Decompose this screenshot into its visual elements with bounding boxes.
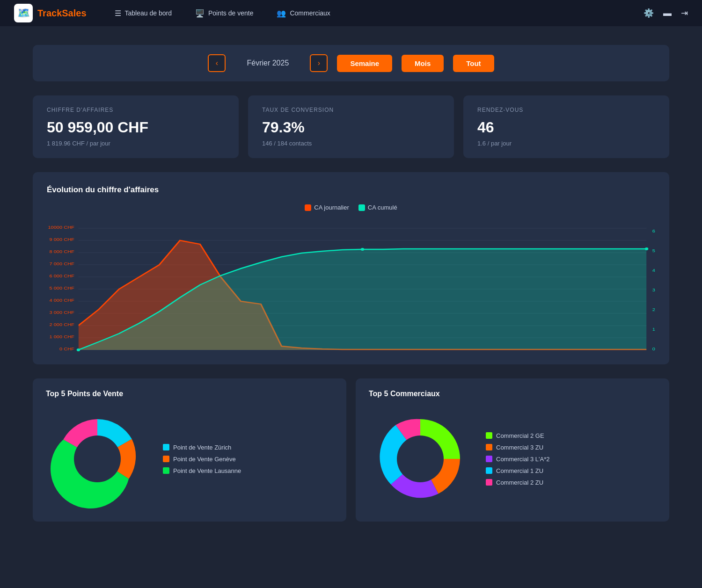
top5-pdv-card: Top 5 Points de Vente [33,378,346,522]
pdv-label-2: Point de Vente Lausanne [173,467,241,474]
top5-comm-card: Top 5 Commerciaux [356,378,669,522]
pdv-color-0 [163,444,169,450]
kpi-label-0: CHIFFRE D'AFFAIRES [47,107,225,113]
chart-container: 0 CHF 1 000 CHF 2 000 CHF 3 000 CHF 4 00… [47,216,655,351]
top5-comm-title: Top 5 Commerciaux [369,390,656,398]
logout-icon[interactable]: ⇥ [681,8,688,18]
nav-label-commerciaux: Commerciaux [290,9,330,17]
legend-ca-journalier: CA journalier [305,204,349,211]
comm-label-2: Commercial 3 L'A*2 [496,456,549,463]
svg-text:50000 CHF: 50000 CHF [652,248,655,253]
pdv-legend-0: Point de Vente Zürich [163,444,241,451]
kpi-value-0: 50 959,00 CHF [47,119,225,136]
chart-title: Évolution du chiffre d'affaires [47,185,655,195]
svg-text:2 000 CHF: 2 000 CHF [50,322,74,327]
comm-label-3: Commercial 1 ZU [496,467,543,474]
comm-color-1 [486,444,492,450]
chart-section: Évolution du chiffre d'affaires CA journ… [33,172,669,364]
comm-pie-svg [369,407,472,510]
top5-comm-inner: Commercial 2 GE Commercial 3 ZU Commerci… [369,407,656,510]
nav-icon-commerciaux: 👥 [277,9,286,18]
prev-date-button[interactable]: ‹ [208,54,226,72]
comm-legend-3: Commercial 1 ZU [486,467,549,474]
pdv-label-0: Point de Vente Zürich [173,444,231,451]
svg-text:10000 CHF: 10000 CHF [652,327,655,332]
nav-icon-tableau: ☰ [115,9,121,18]
kpi-value-1: 79.3% [262,119,440,136]
comm-legend-1: Commercial 3 ZU [486,444,549,451]
svg-text:8 000 CHF: 8 000 CHF [50,249,74,254]
brand-name: TrackSales [37,8,87,19]
nav-icon-points: 🖥️ [195,9,205,18]
nav-right: ⚙️ ▬ ⇥ [644,8,688,18]
svg-text:4 000 CHF: 4 000 CHF [50,298,74,303]
mois-button[interactable]: Mois [402,55,444,72]
nav-item-points-de-vente[interactable]: 🖥️ Points de vente [190,6,258,21]
comm-pie [369,407,472,510]
pdv-pie-svg [46,407,149,510]
svg-text:0 CHF: 0 CHF [652,347,655,351]
legend-ca-cumule: CA cumulé [358,204,397,211]
svg-text:40000 CHF: 40000 CHF [652,268,655,273]
kpi-sub-2: 1.6 / par jour [477,140,655,147]
comm-color-4 [486,479,492,486]
kpi-card-taux-conversion: TAUX DE CONVERSION 79.3% 146 / 184 conta… [248,95,454,158]
svg-text:10000 CHF: 10000 CHF [48,225,74,230]
pdv-legend-1: Point de Vente Genève [163,456,241,463]
svg-text:7 000 CHF: 7 000 CHF [50,261,74,266]
settings-icon[interactable]: ⚙️ [644,8,654,18]
pdv-pie [46,407,149,510]
pdv-legend-2: Point de Vente Lausanne [163,467,241,474]
svg-point-64 [397,436,444,482]
comm-color-3 [486,467,492,474]
comm-label-4: Commercial 2 ZU [496,479,543,486]
comm-color-2 [486,456,492,462]
svg-point-63 [74,436,121,482]
svg-text:3 000 CHF: 3 000 CHF [50,310,74,315]
chart-svg: 0 CHF 1 000 CHF 2 000 CHF 3 000 CHF 4 00… [47,216,655,351]
nav-item-commerciaux[interactable]: 👥 Commerciaux [272,6,335,21]
comm-legend-0: Commercial 2 GE [486,432,549,439]
svg-text:6 000 CHF: 6 000 CHF [50,274,74,278]
legend-dot-cumule [358,204,365,211]
legend-label-cumule: CA cumulé [368,204,397,211]
cards-icon[interactable]: ▬ [663,8,672,18]
next-date-button[interactable]: › [310,54,328,72]
svg-text:60000 CHF: 60000 CHF [652,229,655,233]
brand: 🗺️ TrackSales [14,4,87,22]
comm-legend-2: Commercial 3 L'A*2 [486,456,549,463]
chart-legend: CA journalier CA cumulé [47,204,655,211]
tout-button[interactable]: Tout [453,55,494,72]
kpi-card-rendez-vous: RENDEZ-VOUS 46 1.6 / par jour [463,95,669,158]
kpi-label-1: TAUX DE CONVERSION [262,107,440,113]
nav-item-tableau-de-bord[interactable]: ☰ Tableau de bord [110,6,176,21]
svg-point-34 [645,247,648,250]
svg-point-33 [361,248,364,251]
pdv-color-2 [163,467,169,474]
top5-pdv-title: Top 5 Points de Vente [46,390,333,398]
bottom-charts: Top 5 Points de Vente [33,378,669,522]
svg-text:20000 CHF: 20000 CHF [652,307,655,312]
comm-color-0 [486,432,492,439]
kpi-value-2: 46 [477,119,655,136]
pdv-color-1 [163,456,169,462]
semaine-button[interactable]: Semaine [337,55,392,72]
svg-text:1 000 CHF: 1 000 CHF [50,334,74,339]
comm-legend-4: Commercial 2 ZU [486,479,549,486]
svg-text:9 000 CHF: 9 000 CHF [50,237,74,242]
svg-text:5 000 CHF: 5 000 CHF [50,286,74,290]
comm-label-0: Commercial 2 GE [496,432,544,439]
pdv-legend: Point de Vente Zürich Point de Vente Gen… [163,444,241,474]
brand-icon: 🗺️ [14,4,33,22]
top5-pdv-inner: Point de Vente Zürich Point de Vente Gen… [46,407,333,510]
brand-icon-emoji: 🗺️ [17,7,30,19]
svg-text:0 CHF: 0 CHF [59,347,74,351]
svg-text:30000 CHF: 30000 CHF [652,288,655,292]
date-display: Février 2025 [235,59,300,67]
navbar: 🗺️ TrackSales ☰ Tableau de bord 🖥️ Point… [0,0,702,26]
kpi-label-2: RENDEZ-VOUS [477,107,655,113]
main-content: ‹ Février 2025 › Semaine Mois Tout CHIFF… [0,26,702,540]
kpi-row: CHIFFRE D'AFFAIRES 50 959,00 CHF 1 819.9… [33,95,669,158]
nav-links: ☰ Tableau de bord 🖥️ Points de vente 👥 C… [110,6,629,21]
comm-legend: Commercial 2 GE Commercial 3 ZU Commerci… [486,432,549,486]
